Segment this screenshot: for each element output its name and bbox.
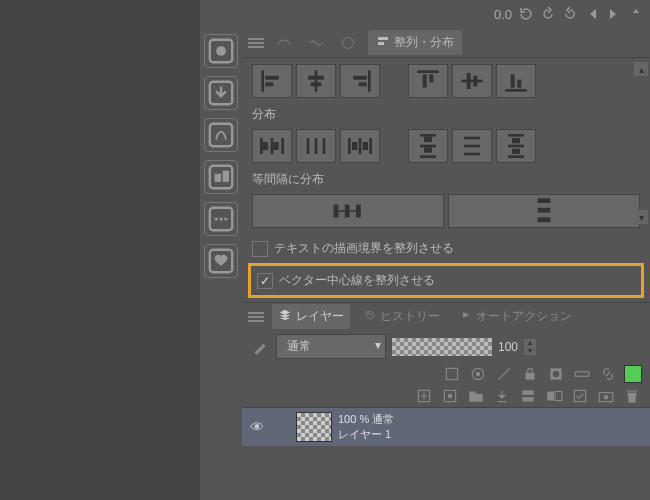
svg-rect-22 xyxy=(353,76,366,80)
rotate-right-icon[interactable] xyxy=(562,6,578,22)
text-bounds-checkbox-row[interactable]: テキストの描画境界を整列させる xyxy=(242,236,650,261)
dock-3d-icon[interactable] xyxy=(204,160,238,194)
svg-rect-40 xyxy=(323,138,326,154)
skip-back-icon[interactable] xyxy=(584,6,600,22)
tab-history[interactable]: ヒストリー xyxy=(358,304,446,329)
new-vector-layer-icon[interactable] xyxy=(440,387,460,405)
opacity-slider[interactable] xyxy=(392,338,492,356)
svg-point-10 xyxy=(224,217,227,220)
dock-timeline-icon[interactable] xyxy=(204,202,238,236)
tab-layers[interactable]: レイヤー xyxy=(272,304,350,329)
merge-down-icon[interactable] xyxy=(518,387,538,405)
flip-icon[interactable] xyxy=(628,6,644,22)
transfer-down-icon[interactable] xyxy=(492,387,512,405)
svg-rect-53 xyxy=(464,153,480,156)
svg-rect-68 xyxy=(526,373,535,380)
tab-autoaction[interactable]: オートアクション xyxy=(454,304,578,329)
tab-icon-3[interactable] xyxy=(336,32,360,54)
dock-material-icon[interactable] xyxy=(204,118,238,152)
svg-point-70 xyxy=(553,371,560,378)
svg-rect-48 xyxy=(420,155,436,158)
lock-icon[interactable] xyxy=(520,365,540,383)
scroll-down-icon[interactable]: ▾ xyxy=(634,210,648,224)
svg-rect-42 xyxy=(359,138,362,154)
svg-rect-52 xyxy=(464,145,480,148)
reference-icon[interactable] xyxy=(468,365,488,383)
main-panel: 整列・分布 ▴ 分布 等間隔に分布 xyxy=(242,28,650,500)
panel-menu-icon[interactable] xyxy=(248,38,264,48)
svg-rect-23 xyxy=(359,82,367,86)
layer-opacity-mode: 100 % 通常 xyxy=(338,412,394,427)
draft-icon[interactable] xyxy=(494,365,514,383)
svg-rect-65 xyxy=(446,368,457,379)
svg-rect-55 xyxy=(508,145,524,148)
svg-rect-60 xyxy=(345,205,350,218)
blend-mode-dropdown[interactable]: 通常 xyxy=(276,334,386,359)
svg-rect-43 xyxy=(369,138,372,154)
dock-quickaccess-icon[interactable] xyxy=(204,34,238,68)
visibility-eye-icon[interactable]: 👁 xyxy=(250,419,264,435)
svg-rect-31 xyxy=(511,74,515,87)
svg-point-81 xyxy=(604,395,609,400)
dist-hcenter-icon[interactable] xyxy=(296,129,336,163)
align-left-icon[interactable] xyxy=(252,64,292,98)
scroll-up-icon[interactable]: ▴ xyxy=(634,62,648,76)
dist-vcenter-icon[interactable] xyxy=(452,129,492,163)
clip-icon[interactable] xyxy=(442,365,462,383)
mask-icon[interactable] xyxy=(546,365,566,383)
add-mask-icon[interactable] xyxy=(544,387,564,405)
dist-top-icon[interactable] xyxy=(408,129,448,163)
align-bottom-icon[interactable] xyxy=(496,64,536,98)
opacity-stepper[interactable]: ▴▾ xyxy=(524,339,536,355)
vector-center-checkbox-row[interactable]: ベクター中心線を整列させる xyxy=(255,268,637,293)
delete-layer-icon[interactable] xyxy=(622,387,642,405)
equal-spacing-label: 等間隔に分布 xyxy=(252,171,640,188)
canvas-area xyxy=(0,0,200,500)
rotate-left-icon[interactable] xyxy=(540,6,556,22)
equal-horizontal-icon[interactable] xyxy=(252,194,444,228)
dist-left-icon[interactable] xyxy=(252,129,292,163)
link-icon[interactable] xyxy=(598,365,618,383)
checkbox-unchecked-icon[interactable] xyxy=(252,241,268,257)
svg-point-1 xyxy=(216,46,226,56)
layer-link-slot-icon[interactable] xyxy=(270,418,290,436)
svg-rect-5 xyxy=(215,174,221,182)
new-raster-layer-icon[interactable] xyxy=(414,387,434,405)
align-top-icon[interactable] xyxy=(408,64,448,98)
camera-icon[interactable] xyxy=(596,387,616,405)
align-right-icon[interactable] xyxy=(340,64,380,98)
layer-action-row xyxy=(242,385,650,407)
layers-menu-icon[interactable] xyxy=(248,312,264,322)
rotation-value: 0.0 xyxy=(494,7,512,22)
svg-rect-76 xyxy=(522,397,533,402)
svg-rect-57 xyxy=(512,138,520,143)
history-icon xyxy=(364,309,376,324)
text-bounds-label: テキストの描画境界を整列させる xyxy=(274,240,454,257)
tab-icon-1[interactable] xyxy=(272,32,296,54)
dist-bottom-icon[interactable] xyxy=(496,129,536,163)
layer-thumbnail[interactable] xyxy=(296,412,332,442)
layer-color-swatch[interactable] xyxy=(624,365,642,383)
new-folder-icon[interactable] xyxy=(466,387,486,405)
reset-rotation-icon[interactable] xyxy=(518,6,534,22)
dock-download-icon[interactable] xyxy=(204,76,238,110)
svg-point-9 xyxy=(219,217,222,220)
tab-icon-2[interactable] xyxy=(304,32,328,54)
ruler-icon[interactable] xyxy=(572,365,592,383)
apply-mask-icon[interactable] xyxy=(570,387,590,405)
dist-right-icon[interactable] xyxy=(340,129,380,163)
svg-rect-50 xyxy=(424,147,432,152)
align-hcenter-icon[interactable] xyxy=(296,64,336,98)
tab-align[interactable]: 整列・分布 xyxy=(368,30,462,55)
dock-favorite-icon[interactable] xyxy=(204,244,238,278)
align-tab-icon xyxy=(376,34,390,51)
skip-forward-icon[interactable] xyxy=(606,6,622,22)
layer-item[interactable]: 👁 100 % 通常 レイヤー 1 xyxy=(242,408,650,446)
align-vcenter-icon[interactable] xyxy=(452,64,492,98)
checkbox-checked-icon[interactable] xyxy=(257,273,273,289)
align-section: ▴ 分布 等間隔に分布 ▾ xyxy=(242,58,650,228)
equal-vertical-icon[interactable] xyxy=(448,194,640,228)
highlighted-option: ベクター中心線を整列させる xyxy=(248,263,644,298)
layer-name: レイヤー 1 xyxy=(338,427,394,442)
palette-knife-icon[interactable] xyxy=(250,338,270,356)
